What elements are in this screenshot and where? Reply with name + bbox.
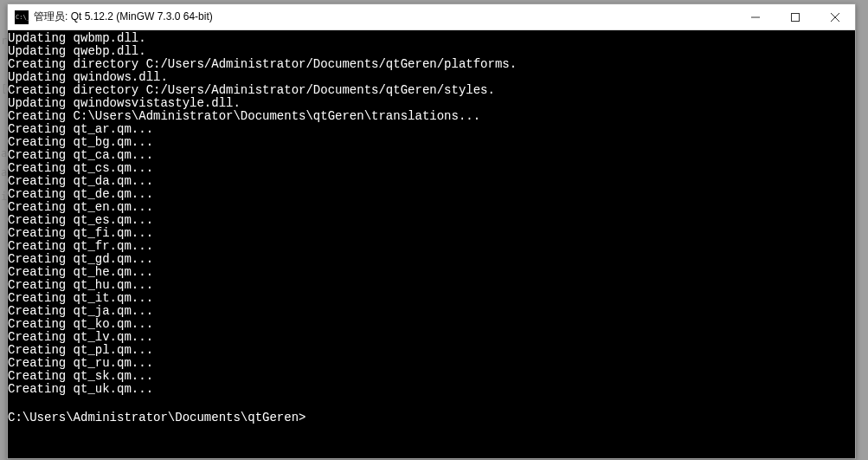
terminal-line: Creating qt_ar.qm... xyxy=(8,123,855,136)
terminal-line: Creating qt_cs.qm... xyxy=(8,162,855,175)
terminal-line: Updating qwbmp.dll. xyxy=(8,32,855,45)
terminal-line: Creating qt_lv.qm... xyxy=(8,331,855,344)
terminal-line: Creating qt_it.qm... xyxy=(8,292,855,305)
svg-rect-1 xyxy=(792,13,800,21)
maximize-button[interactable] xyxy=(775,4,815,29)
terminal-line: Creating directory C:/Users/Administrato… xyxy=(8,58,855,71)
background-gutter: r [ a a i xyxy=(0,0,7,460)
close-icon xyxy=(831,13,839,22)
maximize-icon xyxy=(791,13,800,22)
terminal-line: Creating qt_bg.qm... xyxy=(8,136,855,149)
terminal-line: Creating qt_en.qm... xyxy=(8,201,855,214)
terminal-line: Creating qt_pl.qm... xyxy=(8,344,855,357)
window-title: 管理员: Qt 5.12.2 (MinGW 7.3.0 64-bit) xyxy=(34,10,213,24)
terminal-line: Creating qt_ca.qm... xyxy=(8,149,855,162)
terminal-line: Creating qt_es.qm... xyxy=(8,214,855,227)
terminal-output[interactable]: Updating qwbmp.dll.Updating qwebp.dll.Cr… xyxy=(8,30,855,458)
window-controls xyxy=(736,4,855,29)
minimize-icon xyxy=(751,13,760,22)
terminal-line: Creating qt_da.qm... xyxy=(8,175,855,188)
terminal-line: Creating qt_hu.qm... xyxy=(8,279,855,292)
terminal-line: Creating qt_ja.qm... xyxy=(8,305,855,318)
terminal-line: Creating directory C:/Users/Administrato… xyxy=(8,84,855,97)
terminal-prompt[interactable]: C:\Users\Administrator\Documents\qtGeren… xyxy=(8,409,855,424)
terminal-line: Creating qt_sk.qm... xyxy=(8,370,855,383)
cursor xyxy=(305,409,312,421)
terminal-line: Creating qt_uk.qm... xyxy=(8,383,855,396)
terminal-line: Creating qt_gd.qm... xyxy=(8,253,855,266)
terminal-line: Creating qt_ko.qm... xyxy=(8,318,855,331)
console-window: 管理员: Qt 5.12.2 (MinGW 7.3.0 64-bit) Upda… xyxy=(7,3,856,459)
terminal-line: Creating qt_he.qm... xyxy=(8,266,855,279)
minimize-button[interactable] xyxy=(736,4,775,29)
titlebar[interactable]: 管理员: Qt 5.12.2 (MinGW 7.3.0 64-bit) xyxy=(8,4,855,30)
terminal-line: Updating qwindowsvistastyle.dll. xyxy=(8,97,855,110)
terminal-line: Creating qt_fr.qm... xyxy=(8,240,855,253)
close-button[interactable] xyxy=(815,4,855,29)
cmd-icon xyxy=(15,10,29,24)
terminal-line: Creating qt_fi.qm... xyxy=(8,227,855,240)
terminal-line: Creating qt_ru.qm... xyxy=(8,357,855,370)
terminal-line: Creating qt_de.qm... xyxy=(8,188,855,201)
terminal-line: Updating qwindows.dll. xyxy=(8,71,855,84)
terminal-line: Updating qwebp.dll. xyxy=(8,45,855,58)
terminal-line: Creating C:\Users\Administrator\Document… xyxy=(8,110,855,123)
